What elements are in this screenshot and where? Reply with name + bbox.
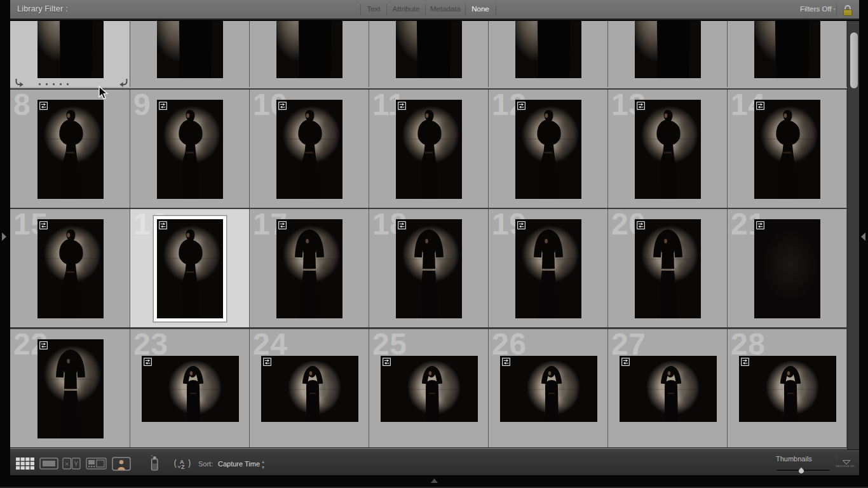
svg-text:Y: Y: [74, 461, 78, 468]
svg-text:×: ×: [65, 460, 69, 468]
svg-text:Z: Z: [181, 464, 185, 470]
